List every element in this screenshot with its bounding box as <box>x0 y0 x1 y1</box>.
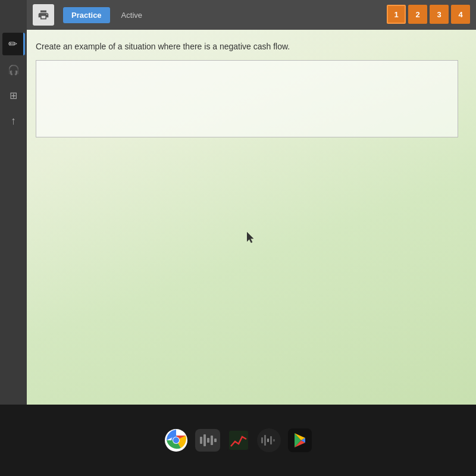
sidebar-icon-grid[interactable]: ⊞ <box>2 84 25 107</box>
svg-rect-10 <box>229 431 248 450</box>
audio-icon <box>199 432 217 449</box>
svg-rect-12 <box>264 435 266 446</box>
taskbar-chrome[interactable] <box>164 428 188 452</box>
svg-rect-15 <box>273 439 275 441</box>
answer-textarea[interactable] <box>36 60 458 137</box>
print-icon <box>37 9 49 21</box>
page-button-3[interactable]: 3 <box>430 5 449 24</box>
sidebar-icon-headphones[interactable]: 🎧 <box>2 58 25 81</box>
left-sidebar: ✏ 🎧 ⊞ ↑ <box>0 0 27 405</box>
svg-rect-14 <box>270 436 272 444</box>
svg-rect-11 <box>261 437 263 443</box>
taskbar-graph[interactable] <box>227 429 250 452</box>
question-text: Create an example of a situation where t… <box>36 42 458 51</box>
playstore-icon <box>292 432 308 449</box>
svg-rect-7 <box>207 438 209 443</box>
svg-rect-13 <box>267 439 269 442</box>
audio2-icon <box>260 432 278 449</box>
taskbar-audio2[interactable] <box>257 428 281 452</box>
page-button-1[interactable]: 1 <box>387 5 406 24</box>
page-button-4[interactable]: 4 <box>451 5 470 24</box>
taskbar-audio[interactable] <box>195 429 220 452</box>
pagination: 1 2 3 4 <box>387 5 470 24</box>
toolbar-row: Practice Active 1 2 3 4 <box>27 0 476 30</box>
tab-practice[interactable]: Practice <box>63 7 110 23</box>
svg-rect-5 <box>200 437 202 444</box>
sidebar-icon-edit[interactable]: ✏ <box>2 33 25 55</box>
sidebar-icon-upload[interactable]: ↑ <box>2 109 25 132</box>
chrome-icon <box>165 429 187 452</box>
svg-rect-6 <box>203 434 206 446</box>
svg-point-4 <box>173 437 179 443</box>
graph-icon <box>229 431 248 450</box>
tab-bar: Practice Active <box>63 7 151 23</box>
taskbar-playstore[interactable] <box>288 428 312 452</box>
svg-marker-0 <box>247 232 253 243</box>
print-button[interactable] <box>33 4 54 26</box>
content-panel: Practice Active 1 2 3 4 Create an exampl… <box>27 0 476 405</box>
svg-rect-8 <box>211 436 213 445</box>
tab-active[interactable]: Active <box>113 7 151 23</box>
cursor <box>247 232 256 246</box>
taskbar <box>0 405 476 476</box>
question-area: Create an example of a situation where t… <box>27 30 476 149</box>
svg-rect-9 <box>214 439 217 442</box>
page-button-2[interactable]: 2 <box>408 5 427 24</box>
